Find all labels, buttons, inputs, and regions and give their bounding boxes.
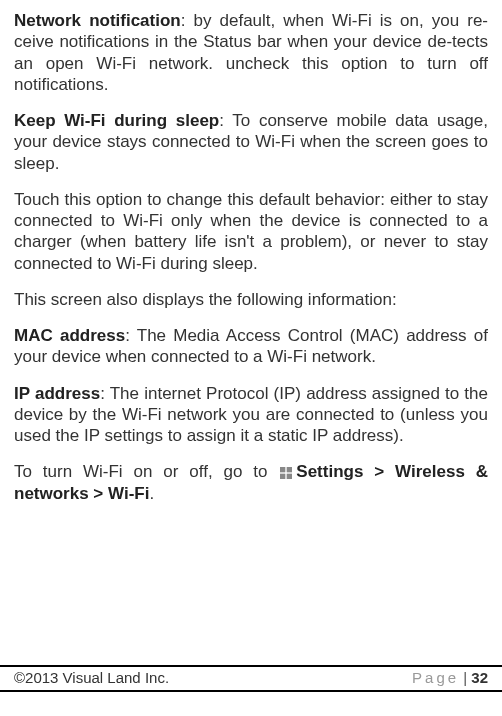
paragraph-keep-wifi-sleep: Keep Wi-Fi during sleep: To conserve mob… bbox=[14, 110, 488, 174]
text-touch-option: Touch this option to change this default… bbox=[14, 190, 488, 273]
paragraph-ip-address: IP address: The internet Protocol (IP) a… bbox=[14, 383, 488, 447]
paragraph-turn-wifi: To turn Wi-Fi on or off, go to Settings … bbox=[14, 461, 488, 504]
svg-rect-1 bbox=[287, 467, 292, 472]
svg-rect-2 bbox=[280, 473, 285, 478]
settings-icon bbox=[278, 465, 294, 481]
heading-mac-address: MAC address bbox=[14, 326, 125, 345]
page-separator: | bbox=[459, 669, 471, 686]
text-turn-wifi-suffix: . bbox=[149, 484, 154, 503]
text-turn-wifi-prefix: To turn Wi-Fi on or off, go to bbox=[14, 462, 278, 481]
paragraph-network-notification: Network notification: by default, when W… bbox=[14, 10, 488, 95]
paragraph-touch-option: Touch this option to change this default… bbox=[14, 189, 488, 274]
heading-keep-wifi-sleep: Keep Wi-Fi during sleep bbox=[14, 111, 219, 130]
page-indicator: Page | 32 bbox=[412, 669, 488, 688]
page-footer: ©2013 Visual Land Inc. Page | 32 bbox=[0, 665, 502, 692]
svg-rect-0 bbox=[280, 467, 285, 472]
svg-rect-3 bbox=[287, 473, 292, 478]
paragraph-screen-displays: This screen also displays the following … bbox=[14, 289, 488, 310]
paragraph-mac-address: MAC address: The Media Access Control (M… bbox=[14, 325, 488, 368]
page-label: Page bbox=[412, 669, 459, 686]
page-number: 32 bbox=[471, 669, 488, 686]
heading-ip-address: IP address bbox=[14, 384, 100, 403]
copyright-text: ©2013 Visual Land Inc. bbox=[14, 669, 169, 688]
heading-network-notification: Network notification bbox=[14, 11, 181, 30]
document-body: Network notification: by default, when W… bbox=[14, 10, 488, 504]
text-screen-displays: This screen also displays the following … bbox=[14, 290, 397, 309]
